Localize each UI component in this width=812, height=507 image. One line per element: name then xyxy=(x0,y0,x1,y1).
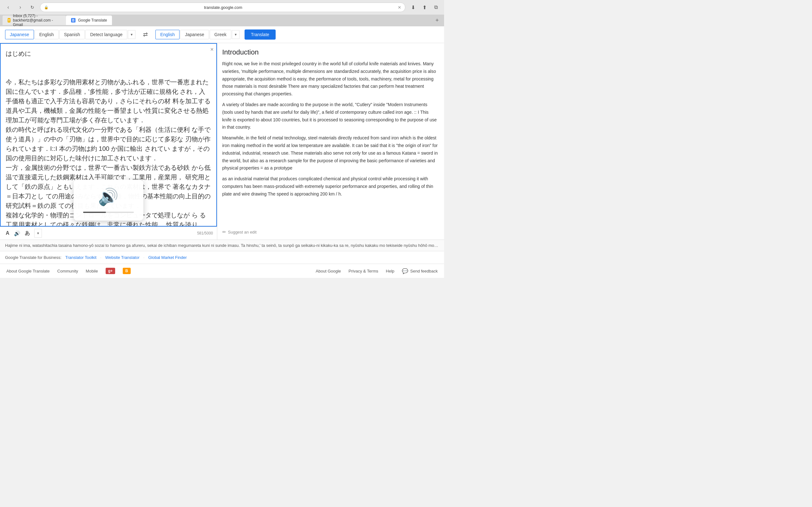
back-button[interactable]: ‹ xyxy=(4,3,13,12)
tab-label-gmail: Inbox (5,727) - backhertz@gmail.com - Gm… xyxy=(13,14,61,27)
source-lang-english[interactable]: English xyxy=(35,30,59,39)
browser-actions: ⬇ ⬆ ⧉ xyxy=(409,3,440,12)
source-toolbar: A 🔊 あ ▾ 581/5000 xyxy=(0,227,217,239)
tab-translate[interactable]: B Google Translate xyxy=(66,15,112,25)
panels-container: × はじめに 今，私たちは多彩な刃物用素材と刃物があふれる，世界で一番恵まれた国… xyxy=(0,43,444,239)
audio-progress-fill xyxy=(83,212,106,213)
community-link[interactable]: Community xyxy=(57,269,78,274)
app-container: Japanese English Spanish Detect language… xyxy=(0,26,444,278)
url-text: translate.google.com xyxy=(50,5,396,10)
forward-button[interactable]: › xyxy=(16,3,25,12)
language-bar: Japanese English Spanish Detect language… xyxy=(0,26,444,43)
send-feedback-label: Send feedback xyxy=(410,269,438,274)
suggest-edit-button[interactable]: ✏ Suggest an edit xyxy=(222,229,439,234)
romanization-bar: Hajime ni ima, watashitachia tasaina ham… xyxy=(0,239,444,251)
source-lang-dropdown[interactable]: ▾ xyxy=(128,30,136,39)
translation-para-3: Meanwhile, in the field of metal technol… xyxy=(222,134,439,172)
address-bar[interactable]: 🔒 translate.google.com ✕ xyxy=(40,3,405,12)
audio-overlay: 🔊 xyxy=(73,180,143,221)
tab-label-translate: Google Translate xyxy=(78,18,107,22)
window-button[interactable]: ⧉ xyxy=(432,3,440,12)
business-label: Google Translate for Business: xyxy=(5,255,61,260)
lock-icon: 🔒 xyxy=(44,5,49,9)
browser-chrome: ‹ › ↻ 🔒 translate.google.com ✕ ⬇ ⬆ ⧉ Y I… xyxy=(0,0,444,26)
listen-button[interactable]: 🔊 xyxy=(14,230,20,236)
romanization-text: Hajime ni ima, watashitachia tasaina ham… xyxy=(5,243,444,248)
downloads-button[interactable]: ⬇ xyxy=(409,3,417,12)
tab-favicon-translate: B xyxy=(71,18,75,22)
tab-favicon-gmail: Y xyxy=(8,18,10,22)
target-lang-dropdown[interactable]: ▾ xyxy=(232,30,240,39)
help-link[interactable]: Help xyxy=(386,269,395,274)
audio-progress-bar xyxy=(83,212,134,213)
mobile-link[interactable]: Mobile xyxy=(86,269,98,274)
translation-title: Introduction xyxy=(222,48,439,56)
tabs-bar: Y Inbox (5,727) - backhertz@gmail.com - … xyxy=(0,14,444,26)
global-market-finder-link[interactable]: Global Market Finder xyxy=(148,255,187,260)
pencil-icon: ✏ xyxy=(222,229,226,234)
translate-button[interactable]: Translate xyxy=(245,30,275,40)
swap-languages-button[interactable]: ⇄ xyxy=(141,30,150,39)
suggest-edit-label: Suggest an edit xyxy=(228,230,257,234)
new-tab-button[interactable]: + xyxy=(433,16,442,25)
send-feedback-button[interactable]: 💬 Send feedback xyxy=(402,268,438,274)
separator-2: · xyxy=(143,255,145,260)
google-plus-button[interactable]: g+ xyxy=(106,268,115,274)
target-lang-bar: English Japanese Greek ▾ xyxy=(155,30,240,39)
target-lang-japanese[interactable]: Japanese xyxy=(180,30,209,39)
target-panel: Introduction Right now, we live in the m… xyxy=(217,43,444,239)
tab-gmail[interactable]: Y Inbox (5,727) - backhertz@gmail.com - … xyxy=(3,15,66,25)
target-lang-greek[interactable]: Greek xyxy=(210,30,231,39)
translation-para-2: A variety of blades are made according t… xyxy=(222,101,439,131)
source-lang-detect[interactable]: Detect language xyxy=(85,30,127,39)
feedback-icon: 💬 xyxy=(402,268,408,274)
blogger-button[interactable]: B xyxy=(123,268,131,274)
target-lang-english[interactable]: English xyxy=(155,30,180,39)
clear-button[interactable]: × xyxy=(210,46,214,53)
source-lang-spanish[interactable]: Spanish xyxy=(59,30,85,39)
translator-toolkit-link[interactable]: Translator Toolkit xyxy=(65,255,96,260)
website-translator-link[interactable]: Website Translator xyxy=(105,255,140,260)
separator-1: · xyxy=(100,255,101,260)
share-button[interactable]: ⬆ xyxy=(420,3,429,12)
translation-para-1: Right now, we live in the most privilege… xyxy=(222,60,439,98)
romanize-dropdown[interactable]: ▾ xyxy=(34,229,42,238)
refresh-icon: ✕ xyxy=(398,5,401,10)
browser-toolbar: ‹ › ↻ 🔒 translate.google.com ✕ ⬇ ⬆ ⧉ xyxy=(0,0,444,14)
translation-para-4: as an industrial material that produces … xyxy=(222,175,439,198)
source-panel: × はじめに 今，私たちは多彩な刃物用素材と刃物があふれる，世界で一番恵まれた国… xyxy=(0,43,217,239)
audio-speaker-icon: 🔊 xyxy=(98,187,119,207)
translation-text: Right now, we live in the most privilege… xyxy=(222,60,439,227)
business-bar: Google Translate for Business: Translato… xyxy=(0,251,444,264)
privacy-terms-link[interactable]: Privacy & Terms xyxy=(349,269,378,274)
romanize-button[interactable]: あ xyxy=(23,229,32,237)
source-lang-japanese[interactable]: Japanese xyxy=(5,30,34,39)
refresh-button[interactable]: ↻ xyxy=(28,3,37,12)
about-google-translate-link[interactable]: About Google Translate xyxy=(6,269,50,274)
footer: About Google Translate Community Mobile … xyxy=(0,264,444,278)
about-google-link[interactable]: About Google xyxy=(316,269,341,274)
font-button[interactable]: A xyxy=(4,230,11,237)
char-counter: 581/5000 xyxy=(197,231,213,235)
